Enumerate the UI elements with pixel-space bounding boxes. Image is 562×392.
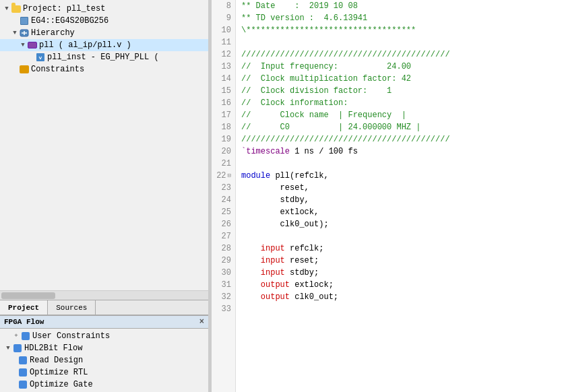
- code-line-14: // Clock multiplication factor: 42: [236, 73, 562, 85]
- chip-label: EG4::EG4S20BG256: [31, 16, 108, 26]
- fpga-read-design[interactable]: Read Design: [0, 354, 208, 366]
- uc-icon: [22, 332, 30, 340]
- ortl-label: Optimize RTL: [30, 368, 88, 377]
- hdl-label: HDL2Bit Flow: [24, 344, 82, 353]
- code-line-15: // Clock division factor: 1: [236, 85, 562, 97]
- fpga-flow-panel: FPGA Flow × + User Constraints ▼ HDL2Bit…: [0, 315, 208, 392]
- fpga-flow-header: FPGA Flow ×: [0, 315, 208, 329]
- code-line-33: [236, 303, 562, 315]
- fpga-optimize-rtl[interactable]: Optimize RTL: [0, 366, 208, 379]
- fpga-optimize-gate[interactable]: Optimize Gate: [0, 379, 208, 391]
- ln-30: 30: [212, 267, 235, 279]
- fpga-close-button[interactable]: ×: [199, 317, 204, 327]
- ln-25: 25: [212, 206, 235, 218]
- ln-24: 24: [212, 194, 235, 206]
- project-label: Project: pll_test: [23, 4, 105, 13]
- pll-inst-item[interactable]: v pll_inst - EG_PHY_PLL (: [0, 51, 208, 63]
- ln-22: 22⊟: [212, 170, 235, 182]
- code-line-28: input refclk;: [236, 242, 562, 255]
- ln-31: 31: [212, 279, 235, 291]
- code-line-9: ** TD version : 4.6.13941: [236, 12, 562, 24]
- ln-28: 28: [212, 242, 235, 255]
- ogate-icon: [19, 381, 27, 389]
- scroll-thumb[interactable]: [1, 292, 55, 299]
- pll-label: pll ( al_ip/pll.v ): [39, 40, 131, 50]
- ln-9: 9: [212, 12, 235, 24]
- ln-17: 17: [212, 109, 235, 121]
- code-line-18: // C0 | 24.000000 MHZ |: [236, 121, 562, 133]
- code-line-26: clk0_out);: [236, 218, 562, 230]
- code-line-10: \***********************************: [236, 24, 562, 36]
- code-line-25: extlock,: [236, 206, 562, 218]
- hierarchy-label: Hierarchy: [31, 28, 75, 38]
- ln-21: 21: [212, 158, 235, 170]
- code-line-21: [236, 158, 562, 170]
- uc-arrow: +: [12, 332, 20, 340]
- pll-icon: [27, 40, 38, 51]
- ln-14: 14: [212, 73, 235, 85]
- tab-sources[interactable]: Sources: [48, 300, 96, 315]
- chip-icon: [19, 15, 30, 26]
- ln-27: 27: [212, 230, 235, 242]
- constraints-icon: [19, 64, 30, 75]
- project-arrow: ▼: [3, 5, 11, 13]
- fpga-flow-list: + User Constraints ▼ HDL2Bit Flow Read D…: [0, 329, 208, 392]
- ogate-label: Optimize Gate: [30, 380, 93, 389]
- hierarchy-item[interactable]: ▼ Hierarchy: [0, 27, 208, 39]
- ln-11: 11: [212, 36, 235, 48]
- code-text[interactable]: ** Date : 2019 10 08 ** TD version : 4.6…: [236, 0, 562, 392]
- rd-label: Read Design: [30, 356, 83, 365]
- ln-12: 12: [212, 48, 235, 61]
- ln-16: 16: [212, 97, 235, 109]
- code-line-31: output extlock;: [236, 279, 562, 291]
- ortl-icon: [19, 368, 27, 377]
- code-line-12: ////////////////////////////////////////…: [236, 48, 562, 61]
- constraints-label: Constraints: [31, 65, 84, 74]
- code-line-8: ** Date : 2019 10 08: [236, 0, 562, 12]
- ln-19: 19: [212, 133, 235, 145]
- ln-10: 10: [212, 24, 235, 36]
- ln-20: 20: [212, 145, 235, 158]
- folder-icon: [11, 3, 22, 14]
- fpga-flow-title: FPGA Flow: [4, 318, 44, 326]
- hdl-arrow: ▼: [4, 344, 12, 352]
- code-line-13: // Input frequency: 24.00: [236, 61, 562, 73]
- pll-inst-label: pll_inst - EG_PHY_PLL (: [47, 53, 159, 62]
- code-line-19: ////////////////////////////////////////…: [236, 133, 562, 145]
- chip-arrow: [11, 17, 19, 25]
- tree-scrollbar[interactable]: [0, 290, 208, 300]
- code-line-27: [236, 230, 562, 242]
- code-line-20: `timescale 1 ns / 100 fs: [236, 145, 562, 158]
- pll-inst-icon: v: [35, 52, 46, 63]
- chip-item[interactable]: EG4::EG4S20BG256: [0, 15, 208, 27]
- constraints-arrow: [11, 65, 19, 73]
- code-line-17: // Clock name | Frequency |: [236, 109, 562, 121]
- code-line-23: reset,: [236, 182, 562, 194]
- ln-15: 15: [212, 85, 235, 97]
- ln-26: 26: [212, 218, 235, 230]
- fpga-hdl2bit[interactable]: ▼ HDL2Bit Flow: [0, 342, 208, 354]
- hierarchy-arrow: ▼: [11, 29, 19, 37]
- ln-33: 33: [212, 303, 235, 315]
- hierarchy-icon: [19, 28, 30, 38]
- constraints-item[interactable]: Constraints: [0, 63, 208, 75]
- hdl-icon: [13, 344, 22, 352]
- ln-13: 13: [212, 61, 235, 73]
- ln-32: 32: [212, 291, 235, 303]
- code-line-30: input stdby;: [236, 267, 562, 279]
- line-numbers: 8 9 10 11 12 13 14 15 16 17 18 19 20 21 …: [212, 0, 236, 392]
- pll-module-item[interactable]: ▼ pll ( al_ip/pll.v ): [0, 39, 208, 51]
- project-root[interactable]: ▼ Project: pll_test: [0, 3, 208, 15]
- ln-23: 23: [212, 182, 235, 194]
- ln-29: 29: [212, 255, 235, 267]
- uc-label: User Constraints: [32, 331, 110, 341]
- left-tabs: Project Sources: [0, 300, 208, 315]
- ln-18: 18: [212, 121, 235, 133]
- code-line-22: module pll(refclk,: [236, 170, 562, 182]
- pll-inst-arrow: [27, 53, 35, 61]
- tab-project[interactable]: Project: [0, 300, 48, 315]
- code-line-24: stdby,: [236, 194, 562, 206]
- fpga-user-constraints[interactable]: + User Constraints: [0, 330, 208, 342]
- code-line-11: [236, 36, 562, 48]
- code-editor: 8 9 10 11 12 13 14 15 16 17 18 19 20 21 …: [212, 0, 562, 392]
